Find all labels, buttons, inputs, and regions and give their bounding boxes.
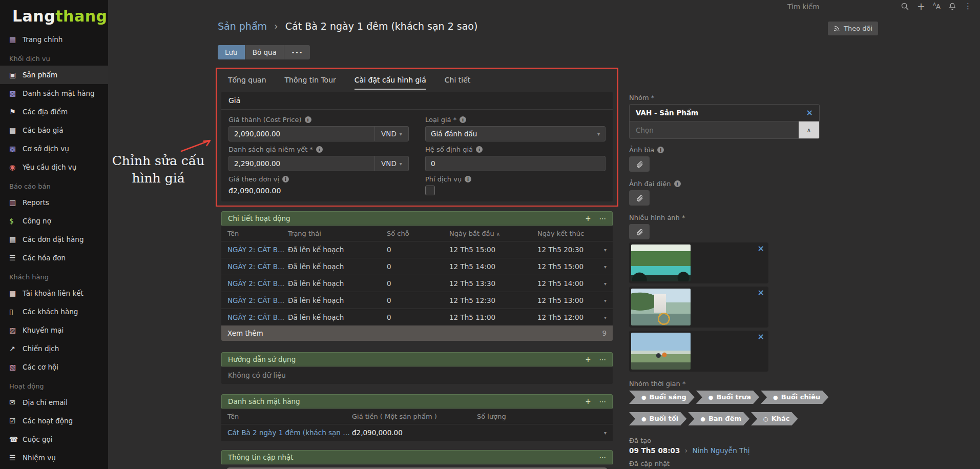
ellipsis-icon[interactable]: ⋯ xyxy=(599,214,607,222)
image-card-lagoon[interactable]: × xyxy=(629,242,768,283)
remove-image-icon[interactable]: × xyxy=(758,289,764,297)
row-menu-icon[interactable]: ▾ xyxy=(598,315,607,320)
sidebar-item-customers[interactable]: ▯ Các khách hàng xyxy=(0,302,108,321)
ellipsis-icon[interactable]: ⋯ xyxy=(599,453,607,461)
col-end[interactable]: Ngày kết thúc xyxy=(537,230,598,237)
image-thumbnail[interactable] xyxy=(631,333,691,370)
activity-link[interactable]: NGÀY 2: CÁT B... xyxy=(227,296,288,304)
add-icon[interactable]: + xyxy=(585,214,591,222)
quick-create-icon[interactable]: + xyxy=(917,2,925,11)
more-actions-button[interactable]: ••• xyxy=(284,45,310,59)
col-start[interactable]: Ngày bắt đầu ∧ xyxy=(449,230,537,237)
col-seats[interactable]: Số chỗ xyxy=(387,230,449,237)
search-icon[interactable] xyxy=(901,2,909,11)
time-tags-row-1: ●Buổi sáng ●Buổi trưa ●Buổi chiều xyxy=(629,391,824,404)
paperclip-icon xyxy=(636,160,643,168)
avatar-attach-button[interactable] xyxy=(629,190,650,206)
remove-image-icon[interactable]: × xyxy=(758,244,764,253)
follow-button[interactable]: Theo dõi xyxy=(828,22,878,35)
sidebar-item-service-requests[interactable]: ◉ Yêu cầu dịch vụ xyxy=(0,158,108,176)
add-icon[interactable]: + xyxy=(585,355,591,363)
sidebar-item-products[interactable]: ▣ Sản phẩm xyxy=(0,66,108,84)
col-item-qty[interactable]: Số lượng xyxy=(477,413,598,420)
tab-price-config[interactable]: Cài đặt cấu hình giá xyxy=(355,72,426,90)
sidebar-item-reports[interactable]: ▥ Reports xyxy=(0,193,108,212)
sidebar-item-item-list[interactable]: ▩ Danh sách mặt hàng xyxy=(0,84,108,103)
created-by-link[interactable]: Ninh Nguyễn Thị xyxy=(692,446,749,455)
image-thumbnail[interactable] xyxy=(631,289,691,325)
brand-logo[interactable]: Langthang xyxy=(0,0,108,30)
sidebar-item-campaigns[interactable]: ↗ Chiến dịch xyxy=(0,339,108,358)
show-more-button[interactable]: Xem thêm 9 xyxy=(221,325,613,341)
info-icon: i xyxy=(460,116,466,123)
list-currency-select[interactable]: VND▾ xyxy=(374,156,408,171)
sidebar-item-tasks[interactable]: ☰ Nhiệm vụ xyxy=(0,448,108,467)
image-card-viewpoint[interactable]: × xyxy=(629,331,768,372)
col-name[interactable]: Tên xyxy=(227,230,288,237)
remove-image-icon[interactable]: × xyxy=(758,333,764,341)
sidebar-item-locations[interactable]: ⚑ Các địa điểm xyxy=(0,103,108,121)
cost-currency-select[interactable]: VND▾ xyxy=(374,127,408,141)
activity-link[interactable]: NGÀY 2: CÁT B... xyxy=(227,246,288,254)
sidebar-item-calls[interactable]: ☎ Cuộc gọi xyxy=(0,430,108,448)
sidebar-item-promotions[interactable]: ▨ Khuyến mại xyxy=(0,321,108,339)
bell-icon[interactable] xyxy=(948,2,956,11)
row-menu-icon[interactable]: ▾ xyxy=(598,298,607,303)
row-menu-icon[interactable]: ▾ xyxy=(598,430,607,436)
sidebar-item-label: Các đơn đặt hàng xyxy=(23,235,84,243)
image-thumbnail[interactable] xyxy=(631,244,691,281)
sidebar-item-linked-accounts[interactable]: ▦ Tài khoản liên kết xyxy=(0,284,108,302)
sidebar-item-quotes[interactable]: ▤ Các báo giá xyxy=(0,121,108,139)
col-status[interactable]: Trạng thái xyxy=(288,230,387,237)
sidebar-item-opportunities[interactable]: ▧ Các cơ hội xyxy=(0,358,108,376)
font-size-icon[interactable]: AA xyxy=(933,2,941,10)
list-price-input[interactable] xyxy=(229,156,374,171)
activity-row[interactable]: NGÀY 2: CÁT B... Đã lên kế hoạch 0 12 Th… xyxy=(221,292,613,309)
cancel-button[interactable]: Bỏ qua xyxy=(245,45,284,59)
activity-link[interactable]: NGÀY 2: CÁT B... xyxy=(227,313,288,321)
sidebar-item-emails[interactable]: ✉ Địa chỉ email xyxy=(0,393,108,412)
activity-row[interactable]: NGÀY 2: CÁT B... Đã lên kế hoạch 0 12 Th… xyxy=(221,241,613,258)
ellipsis-icon[interactable]: ⋯ xyxy=(599,397,607,405)
global-search[interactable]: Tìm kiếm xyxy=(787,3,819,11)
remove-icon[interactable]: × xyxy=(806,109,813,117)
sidebar-item-invoices[interactable]: ☰ Các hóa đơn xyxy=(0,249,108,267)
group-selected-row[interactable]: VAH - Sản Phẩm × xyxy=(630,105,819,121)
kebab-menu-icon[interactable]: ⋮ xyxy=(964,2,972,11)
price-type-select[interactable]: Giá đánh dấu▾ xyxy=(425,126,606,141)
col-item-name[interactable]: Tên xyxy=(227,413,352,420)
save-button[interactable]: Lưu xyxy=(218,45,245,59)
row-menu-icon[interactable]: ▾ xyxy=(598,264,607,270)
cover-attach-button[interactable] xyxy=(629,156,650,172)
add-icon[interactable]: + xyxy=(585,397,591,405)
group-search-input[interactable] xyxy=(630,121,799,138)
ellipsis-icon[interactable]: ⋯ xyxy=(599,355,607,363)
activity-link[interactable]: NGÀY 2: CÁT B... xyxy=(227,279,288,288)
avatar-image-label: Ảnh đại diện xyxy=(629,180,671,188)
activity-row[interactable]: NGÀY 2: CÁT B... Đã lên kế hoạch 0 12 Th… xyxy=(221,258,613,275)
activity-row[interactable]: NGÀY 2: CÁT B... Đã lên kế hoạch 0 12 Th… xyxy=(221,309,613,325)
row-menu-icon[interactable]: ▾ xyxy=(598,247,607,253)
grid-icon: ▦ xyxy=(9,35,23,44)
sidebar-item-orders[interactable]: ▤ Các đơn đặt hàng xyxy=(0,230,108,249)
collapse-button[interactable]: ∧ xyxy=(799,121,819,138)
row-menu-icon[interactable]: ▾ xyxy=(598,281,607,287)
activity-row[interactable]: NGÀY 2: CÁT B... Đã lên kế hoạch 0 12 Th… xyxy=(221,275,613,292)
sidebar-item-debts[interactable]: $ Công nợ xyxy=(0,212,108,230)
item-link[interactable]: Cát Bà 2 ngày 1 đêm (khách sạn 2 sao) xyxy=(227,429,352,437)
item-row[interactable]: Cát Bà 2 ngày 1 đêm (khách sạn 2 sao) ₫2… xyxy=(221,424,613,441)
sidebar-item-activities[interactable]: ☑ Các hoạt động xyxy=(0,412,108,430)
tab-tour-info[interactable]: Thông tin Tour xyxy=(285,72,336,90)
service-fee-checkbox[interactable] xyxy=(425,186,435,195)
sidebar-item-dashboard[interactable]: ▦ Trang chính xyxy=(0,30,108,49)
sidebar-item-service-centers[interactable]: ▩ Cơ sở dịch vụ xyxy=(0,139,108,158)
cost-price-input[interactable] xyxy=(229,127,374,141)
tab-overview[interactable]: Tổng quan xyxy=(228,72,266,90)
breadcrumb-parent-link[interactable]: Sản phẩm xyxy=(218,21,267,32)
image-card-town[interactable]: × xyxy=(629,287,768,328)
col-item-price[interactable]: Giá tiền ( Một sản phẩm ) xyxy=(352,413,477,420)
price-factor-input[interactable] xyxy=(425,156,606,171)
tab-details[interactable]: Chi tiết xyxy=(445,72,470,90)
images-attach-button[interactable] xyxy=(629,224,650,239)
activity-link[interactable]: NGÀY 2: CÁT B... xyxy=(227,262,288,271)
